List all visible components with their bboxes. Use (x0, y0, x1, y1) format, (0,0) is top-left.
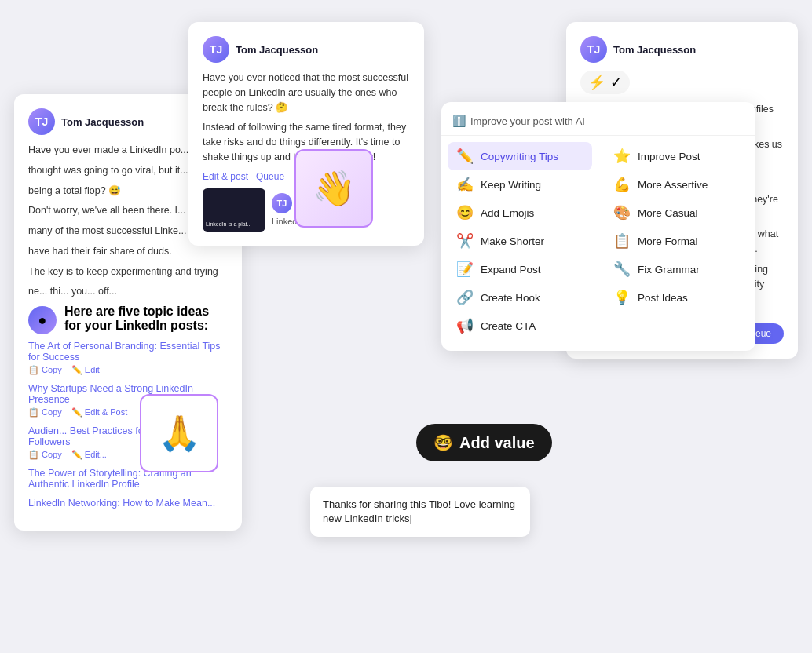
list-item: The Art of Personal Branding: Essential … (28, 341, 228, 375)
keep-writing-icon: ✍️ (455, 176, 474, 193)
info-icon: ℹ️ (452, 115, 466, 127)
dropdown-header: ℹ️ Improve your post with AI (441, 110, 755, 136)
add-value-label: Add value (459, 434, 535, 452)
more-assertive-label: More Assertive (638, 179, 708, 191)
pray-emoji: 🙏 (158, 413, 201, 454)
copywriting-icon: ✏️ (455, 148, 474, 165)
expand-post-label: Expand Post (481, 264, 541, 275)
dropdown-item-improve-post[interactable]: ⭐ Improve Post (605, 142, 749, 170)
keep-writing-label: Keep Writing (481, 179, 541, 191)
dropdown-col-left: ✏️ Copywriting Tips ✍️ Keep Writing 😊 Ad… (441, 142, 598, 340)
more-assertive-icon: 💪 (613, 176, 631, 193)
copy-btn-3[interactable]: 📋 Copy (28, 450, 62, 460)
copy-btn-1[interactable]: 📋 Copy (28, 365, 62, 375)
list-item: LinkedIn Networking: How to Make Mean... (28, 498, 228, 509)
thumbnail: LinkedIn is a plat... (203, 188, 265, 232)
fix-grammar-label: Fix Grammar (638, 264, 700, 275)
emoji-wave-popup: 👋 (294, 149, 373, 228)
add-emojis-icon: 😊 (455, 204, 474, 221)
create-cta-icon: 📢 (455, 317, 474, 334)
section-header: ● Here are five topic ideas for your Lin… (28, 305, 228, 334)
profile-row-3: TJ Tom Jacquesson (580, 36, 784, 63)
idea-link-5[interactable]: LinkedIn Networking: How to Make Mean... (28, 498, 215, 509)
more-casual-icon: 🎨 (613, 204, 631, 221)
edit-btn-1[interactable]: ✏️ Edit (71, 365, 100, 375)
thumbnail-text: LinkedIn is a plat... (206, 221, 251, 228)
dropdown-item-more-assertive[interactable]: 💪 More Assertive (605, 170, 749, 199)
list-item-actions-1: 📋 Copy ✏️ Edit (28, 365, 228, 375)
avatar-3: TJ (580, 36, 607, 63)
dropdown-item-more-formal[interactable]: 📋 More Formal (605, 227, 749, 255)
check-icon: ✓ (610, 74, 622, 91)
improve-post-icon: ⭐ (613, 148, 631, 165)
expand-post-icon: 📝 (455, 261, 474, 278)
copy-btn-2[interactable]: 📋 Copy (28, 407, 62, 418)
more-formal-icon: 📋 (613, 232, 631, 250)
create-cta-label: Create CTA (481, 320, 536, 332)
dropdown-item-add-emojis[interactable]: 😊 Add Emojis (448, 199, 592, 227)
comment-text[interactable]: Thanks for sharing this Tibo! Love learn… (323, 498, 515, 524)
idea-link-1[interactable]: The Art of Personal Branding: Essential … (28, 341, 221, 363)
card1-line7: The key is to keep experimenting and try… (28, 264, 228, 279)
post-ideas-icon: 💡 (613, 289, 631, 306)
ai-dropdown-menu: ℹ️ Improve your post with AI ✏️ Copywrit… (441, 102, 755, 351)
dropdown-item-fix-grammar[interactable]: 🔧 Fix Grammar (605, 255, 749, 283)
profile-row-2: TJ Tom Jacquesson (203, 36, 410, 63)
copywriting-label: Copywriting Tips (481, 151, 558, 162)
lightning-icon: ⚡ (588, 74, 605, 91)
lightning-bar: ⚡ ✓ (580, 71, 630, 94)
avatar-1: TJ (28, 108, 55, 135)
edit-post-btn-2[interactable]: ✏️ Edit & Post (71, 407, 127, 418)
create-hook-icon: 🔗 (455, 289, 474, 306)
more-casual-label: More Casual (638, 207, 698, 219)
dropdown-col-right: ⭐ Improve Post 💪 More Assertive 🎨 More C… (598, 142, 755, 340)
dropdown-item-create-cta[interactable]: 📢 Create CTA (448, 312, 592, 340)
improve-post-label: Improve Post (638, 151, 700, 162)
dropdown-item-more-casual[interactable]: 🎨 More Casual (605, 199, 749, 227)
dropdown-title: Improve your post with AI (470, 115, 585, 127)
avatar-2: TJ (203, 36, 229, 63)
small-avatar: TJ (272, 193, 292, 213)
card1-line6: have had their fair share of duds. (28, 244, 228, 259)
dropdown-item-copywriting[interactable]: ✏️ Copywriting Tips (448, 142, 592, 170)
dropdown-item-post-ideas[interactable]: 💡 Post Ideas (605, 283, 749, 312)
make-shorter-icon: ✂️ (455, 232, 474, 250)
edit-btn-3[interactable]: ✏️ Edit... (71, 450, 107, 460)
section-title: Here are five topic ideas for your Linke… (64, 305, 228, 333)
fix-grammar-icon: 🔧 (613, 261, 631, 278)
queue-btn[interactable]: Queue (256, 171, 284, 182)
dropdown-columns: ✏️ Copywriting Tips ✍️ Keep Writing 😊 Ad… (441, 139, 755, 343)
author-name-1: Tom Jacquesson (61, 116, 144, 128)
make-shorter-label: Make Shorter (481, 235, 544, 247)
dropdown-item-make-shorter[interactable]: ✂️ Make Shorter (448, 227, 592, 255)
dropdown-item-expand-post[interactable]: 📝 Expand Post (448, 255, 592, 283)
author-name-3: Tom Jacquesson (613, 44, 696, 56)
create-hook-label: Create Hook (481, 292, 540, 304)
wave-emoji: 👋 (313, 168, 356, 209)
add-value-emoji: 🤓 (433, 433, 453, 452)
more-formal-label: More Formal (638, 235, 698, 247)
card2-para1: Have you ever noticed that the most succ… (203, 71, 410, 115)
add-value-badge[interactable]: 🤓 Add value (416, 424, 552, 461)
edit-post-btn[interactable]: Edit & post (203, 171, 248, 182)
comment-box: Thanks for sharing this Tibo! Love learn… (310, 487, 530, 537)
emoji-pray-popup: 🙏 (140, 394, 218, 472)
dropdown-item-create-hook[interactable]: 🔗 Create Hook (448, 283, 592, 312)
post-ideas-label: Post Ideas (638, 292, 688, 304)
circle-icon: ● (28, 306, 57, 334)
add-emojis-label: Add Emojis (481, 207, 534, 219)
dropdown-item-keep-writing[interactable]: ✍️ Keep Writing (448, 170, 592, 199)
author-name-2: Tom Jacquesson (236, 44, 318, 56)
card1-line8: ne... thi... you... off... (28, 284, 228, 299)
